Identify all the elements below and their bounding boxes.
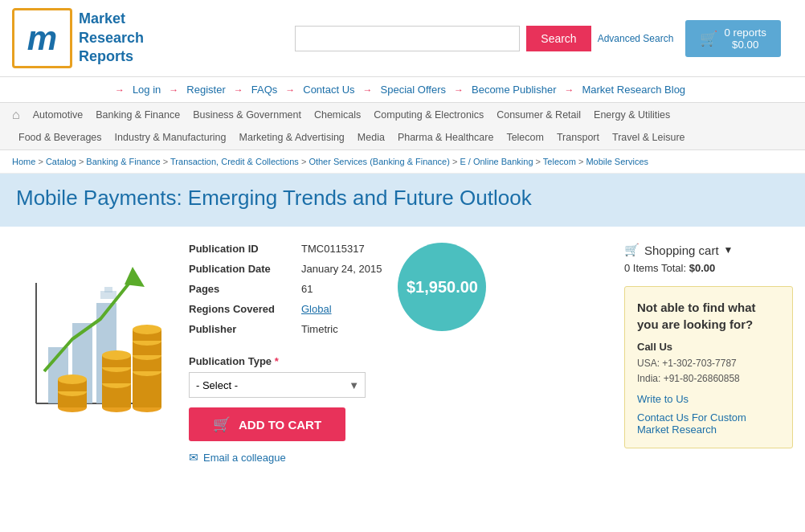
nav-arrow-4: → <box>285 84 295 96</box>
publisher-value: Timetric <box>301 323 338 335</box>
publisher-label: Publisher <box>189 323 301 335</box>
breadcrumb-sep3: > <box>163 157 170 166</box>
regions-value[interactable]: Global <box>301 303 332 315</box>
email-colleague-link[interactable]: ✉ Email a colleague <box>189 451 608 464</box>
select-wrapper: - Select - PDF Print PDF + Print ▼ <box>189 372 366 398</box>
category-nav: ⌂ Automotive Banking & Finance Business … <box>0 103 805 150</box>
breadcrumb-banking[interactable]: Banking & Finance <box>86 157 160 166</box>
cat-media[interactable]: Media <box>351 130 391 145</box>
cat-energy[interactable]: Energy & Utilities <box>587 108 676 122</box>
search-area: Search Advanced Search <box>295 26 673 51</box>
header: m MarketResearchReports Search Advanced … <box>0 0 805 77</box>
cart-total-value: $0.00 <box>689 262 716 274</box>
nav-faqs[interactable]: FAQs <box>247 82 283 97</box>
main-content: Publication ID TMC0115317 Publication Da… <box>0 227 805 480</box>
cat-travel[interactable]: Travel & Leisure <box>606 130 692 145</box>
logo-text: MarketResearchReports <box>79 10 144 66</box>
nav-arrow-3: → <box>234 84 243 96</box>
nav-become-publisher[interactable]: Become Publisher <box>467 82 562 97</box>
cat-pharma[interactable]: Pharma & Healthcare <box>391 130 501 145</box>
shopping-cart-title: Shopping cart <box>644 243 719 257</box>
cart-items-count: 0 Items <box>624 262 659 274</box>
cat-computing[interactable]: Computing & Electronics <box>367 108 490 122</box>
breadcrumb-mobile[interactable]: Mobile Services <box>586 157 648 166</box>
cat-industry[interactable]: Industry & Manufacturing <box>108 130 233 145</box>
cart-reports: 0 reports $0.00 <box>724 27 766 51</box>
cart-amount-label: $0.00 <box>732 39 758 51</box>
cart-icon: 🛒 <box>700 30 717 47</box>
product-details: Publication ID TMC0115317 Publication Da… <box>189 243 608 464</box>
detail-row-pages: Pages 61 <box>189 283 382 295</box>
sidebar: 🛒 Shopping cart ▼ 0 Items Total: $0.00 N… <box>624 243 793 464</box>
product-image <box>12 243 173 464</box>
cat-nav-row2: Food & Beverages Industry & Manufacturin… <box>0 127 805 149</box>
breadcrumb-sep4: > <box>301 157 309 166</box>
search-input[interactable] <box>295 26 520 51</box>
breadcrumb-other[interactable]: Other Services (Banking & Finance) <box>309 157 449 166</box>
cart-button[interactable]: 🛒 0 reports $0.00 <box>685 20 781 57</box>
detail-row-date: Publication Date January 24, 2015 <box>189 263 382 275</box>
cat-business[interactable]: Business & Government <box>186 108 308 122</box>
cat-transport[interactable]: Transport <box>550 130 606 145</box>
logo: m MarketResearchReports <box>12 8 144 68</box>
product-chart-svg <box>12 243 173 428</box>
call-us-label: Call Us <box>637 341 780 353</box>
cat-nav-row1: ⌂ Automotive Banking & Finance Business … <box>0 103 805 127</box>
custom-research-link[interactable]: Contact Us For Custom Market Research <box>637 411 780 436</box>
phone-usa: USA: +1-302-703-7787 <box>637 356 780 371</box>
phone-india: India: +91-80-26860858 <box>637 371 780 387</box>
breadcrumb-sep5: > <box>452 157 460 166</box>
cat-automotive[interactable]: Automotive <box>27 108 90 122</box>
cat-marketing[interactable]: Marketing & Advertising <box>233 130 351 145</box>
breadcrumb-sep7: > <box>578 157 586 166</box>
cat-banking[interactable]: Banking & Finance <box>89 108 186 122</box>
breadcrumb-sep6: > <box>536 157 543 166</box>
cat-chemicals[interactable]: Chemicals <box>308 108 367 122</box>
pages-label: Pages <box>189 283 301 295</box>
logo-letter: m <box>27 19 57 58</box>
breadcrumb-telecom[interactable]: Telecom <box>543 157 576 166</box>
svg-rect-6 <box>104 287 112 293</box>
breadcrumb-home[interactable]: Home <box>12 157 35 166</box>
cat-food[interactable]: Food & Beverages <box>12 130 108 145</box>
nav-login[interactable]: Log in <box>128 82 165 97</box>
breadcrumb-sep2: > <box>79 157 86 166</box>
home-icon: ⌂ <box>12 108 20 122</box>
svg-point-28 <box>133 325 161 334</box>
breadcrumb-sep1: > <box>38 157 45 166</box>
breadcrumb-ebanking[interactable]: E / Online Banking <box>460 157 533 166</box>
add-to-cart-button[interactable]: 🛒 ADD TO CART <box>189 407 345 441</box>
write-to-us-link[interactable]: Write to Us <box>637 393 780 405</box>
breadcrumb-catalog[interactable]: Catalog <box>46 157 76 166</box>
detail-row-publisher: Publisher Timetric <box>189 323 382 335</box>
email-colleague-label: Email a colleague <box>203 452 286 464</box>
cart-icon-sidebar: 🛒 <box>624 243 640 257</box>
pub-type-label: Publication Type * <box>189 355 608 367</box>
detail-fields: Publication ID TMC0115317 Publication Da… <box>189 243 382 343</box>
pages-value: 61 <box>301 283 313 295</box>
publication-type-select[interactable]: - Select - PDF Print PDF + Print <box>189 372 366 398</box>
cat-consumer[interactable]: Consumer & Retail <box>490 108 587 122</box>
help-box-title: Not able to find what you are looking fo… <box>637 299 780 333</box>
cat-telecom[interactable]: Telecom <box>500 130 550 145</box>
nav-contact[interactable]: Contact Us <box>298 82 359 97</box>
pub-id-value: TMC0115317 <box>301 243 365 255</box>
pub-type-text: Publication Type <box>189 355 272 367</box>
breadcrumb-transaction[interactable]: Transaction, Credit & Collections <box>170 157 299 166</box>
title-banner: Mobile Payments: Emerging Trends and Fut… <box>0 174 805 227</box>
product-area: Publication ID TMC0115317 Publication Da… <box>12 243 608 464</box>
nav-arrow-2: → <box>169 84 178 96</box>
nav-links: → Log in → Register → FAQs → Contact Us … <box>0 77 805 103</box>
cart-total-label: Total: <box>661 262 686 274</box>
breadcrumb: Home > Catalog > Banking & Finance > Tra… <box>0 150 805 174</box>
cart-reports-label: 0 reports <box>724 27 766 39</box>
nav-blog[interactable]: Market Research Blog <box>577 82 690 97</box>
search-button[interactable]: Search <box>526 26 590 51</box>
nav-special-offers[interactable]: Special Offers <box>376 82 451 97</box>
advanced-search-link[interactable]: Advanced Search <box>598 33 674 44</box>
nav-register[interactable]: Register <box>182 82 230 97</box>
price-circle: $1,950.00 <box>398 243 486 331</box>
detail-row-regions: Regions Covered Global <box>189 303 382 315</box>
nav-arrow-5: → <box>363 84 373 96</box>
detail-row-id: Publication ID TMC0115317 <box>189 243 382 255</box>
